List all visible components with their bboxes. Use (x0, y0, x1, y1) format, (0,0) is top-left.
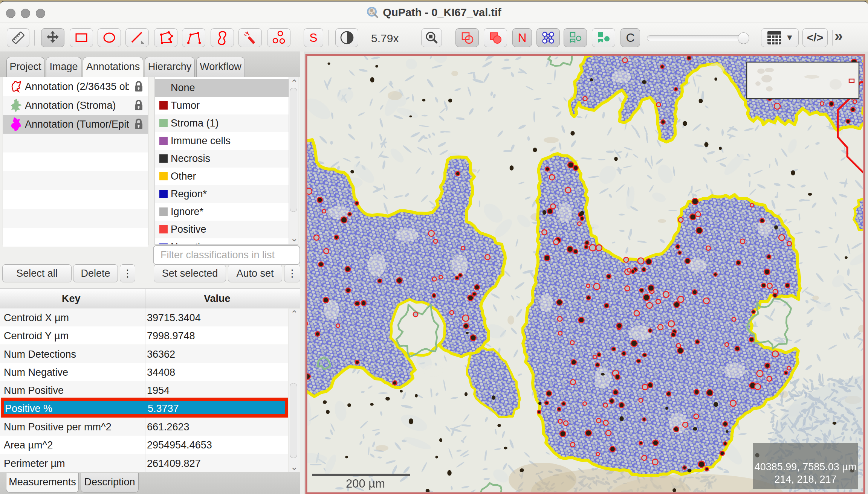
svg-text:200 µm: 200 µm (346, 477, 385, 490)
svg-text:N: N (518, 31, 526, 44)
svg-text:S: S (309, 31, 317, 44)
svg-text:40385.99, 7585.03 µm: 40385.99, 7585.03 µm (755, 461, 857, 473)
svg-text:C: C (626, 31, 634, 44)
svg-text:214, 218, 217: 214, 218, 217 (774, 474, 836, 485)
